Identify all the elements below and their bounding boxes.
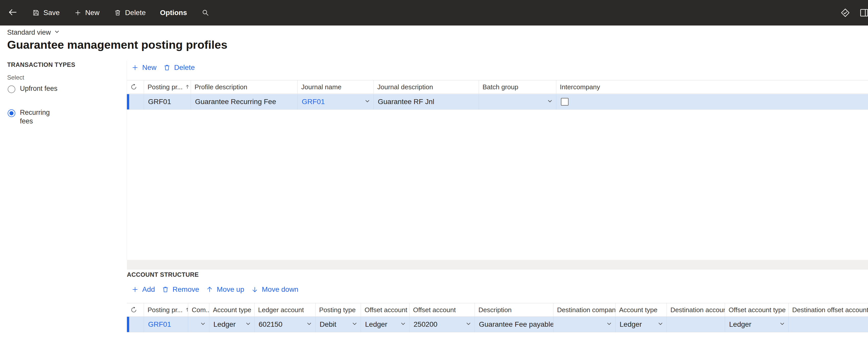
remove-button[interactable]: Remove [162, 285, 199, 294]
save-icon [32, 9, 40, 16]
posting-profile-link[interactable]: GRF01 [148, 320, 171, 329]
trash-icon [163, 64, 171, 71]
col-destination-company[interactable]: Destination company [554, 303, 616, 316]
arrow-up-icon [206, 286, 213, 293]
grid-delete-button[interactable]: Delete [163, 64, 195, 72]
col-journal-name[interactable]: Journal name [298, 80, 374, 94]
cell-destination-account[interactable] [667, 317, 725, 332]
col-posting-type[interactable]: Posting type [315, 303, 361, 316]
chevron-down-icon[interactable] [351, 320, 358, 329]
col-journal-description[interactable]: Journal description [374, 80, 479, 94]
view-selector[interactable]: Standard view [7, 29, 60, 36]
col-posting-profile[interactable]: Posting pr... [144, 303, 188, 316]
section-divider [127, 260, 868, 270]
profiles-grid-toolbar: New Delete [131, 61, 195, 74]
chevron-down-icon[interactable] [465, 320, 471, 329]
col-destination-offset-account-type[interactable]: Offset account type [725, 303, 788, 316]
account-structure-toolbar: Add Remove Move up Move down [131, 283, 299, 296]
radio-recurring-fees[interactable]: Recurring fees [8, 108, 61, 126]
new-button[interactable]: New [74, 9, 99, 17]
account-structure-grid-header: Posting pr... Com... Account type Ledger… [127, 303, 868, 317]
col-batch-group[interactable]: Batch group [479, 80, 556, 94]
cell-company[interactable] [188, 317, 209, 332]
cell-posting-profile[interactable]: GRF01 [144, 317, 188, 332]
chevron-down-icon[interactable] [606, 320, 612, 329]
cell-posting-profile[interactable]: GRF01 [144, 94, 191, 109]
radio-upfront-fees[interactable]: Upfront fees [8, 84, 61, 93]
col-description[interactable]: Description [475, 303, 554, 316]
grid-delete-label: Delete [174, 64, 195, 72]
add-label: Add [142, 285, 155, 294]
chevron-down-icon[interactable] [306, 320, 312, 329]
chevron-down-icon[interactable] [364, 98, 370, 106]
cell-destination-company[interactable] [554, 317, 616, 332]
cell-description[interactable]: Guarantee Fee payable [475, 317, 554, 332]
search-icon[interactable] [202, 9, 210, 17]
col-offset-account[interactable]: Offset account [409, 303, 475, 316]
sort-asc-icon [185, 306, 188, 314]
chevron-down-icon[interactable] [547, 98, 553, 106]
account-structure-grid-row[interactable]: GRF01 Ledger 602150 Debit Ledger 250200 … [127, 317, 868, 332]
col-company[interactable]: Com... [188, 303, 209, 316]
col-intercompany[interactable]: Intercompany [556, 80, 868, 94]
cell-destination-offset-account-type[interactable]: Ledger [725, 317, 788, 332]
move-up-label: Move up [217, 285, 244, 294]
cell-offset-account[interactable]: 250200 [409, 317, 475, 332]
view-selector-label: Standard view [7, 29, 51, 36]
options-menu[interactable]: Options [160, 9, 187, 17]
grid-new-button[interactable]: New [131, 64, 156, 72]
chevron-down-icon [54, 29, 60, 36]
cell-journal-description[interactable]: Guarantee RF Jnl [374, 94, 479, 109]
chevron-down-icon[interactable] [245, 320, 251, 329]
arrow-down-icon [251, 286, 258, 293]
row-selector-cell[interactable] [127, 317, 144, 332]
remove-label: Remove [173, 285, 199, 294]
col-account-type[interactable]: Account type [209, 303, 254, 316]
delete-button[interactable]: Delete [114, 9, 146, 17]
profiles-grid-header: Posting pr... Profile description Journa… [127, 80, 868, 94]
chevron-down-icon[interactable] [200, 320, 206, 329]
delete-label: Delete [125, 9, 146, 17]
plus-icon [131, 286, 139, 293]
add-button[interactable]: Add [131, 285, 155, 294]
page-title: Guarantee management posting profiles [7, 38, 227, 52]
cell-batch-group[interactable] [479, 94, 556, 109]
back-icon[interactable] [8, 7, 18, 19]
profiles-grid-row[interactable]: GRF01 Guarantee Recurring Fee GRF01 Guar… [127, 94, 868, 110]
chevron-down-icon[interactable] [657, 320, 663, 329]
cell-posting-type[interactable]: Debit [315, 317, 361, 332]
save-button[interactable]: Save [32, 9, 60, 17]
row-selection-accent [127, 94, 129, 109]
cell-ledger-account[interactable]: 602150 [254, 317, 315, 332]
chevron-down-icon[interactable] [779, 320, 785, 329]
cell-intercompany[interactable] [556, 94, 868, 109]
col-destination-offset-account[interactable]: Destination offset account [788, 303, 868, 316]
sidepanel-icon[interactable] [859, 7, 868, 19]
trash-icon [114, 9, 122, 16]
chevron-down-icon[interactable] [400, 320, 406, 329]
col-destination-account-type[interactable]: Account type [616, 303, 667, 316]
row-selector-cell[interactable] [127, 94, 144, 109]
journal-name-link[interactable]: GRF01 [302, 98, 325, 106]
col-offset-account-type[interactable]: Offset account t... [361, 303, 409, 316]
move-down-button[interactable]: Move down [251, 285, 299, 294]
diamond-icon[interactable] [840, 7, 850, 19]
app-window: Save New Delete Options Standard vie [0, 0, 868, 341]
col-ledger-account[interactable]: Ledger account [254, 303, 315, 316]
cell-destination-offset-account[interactable] [788, 317, 868, 332]
radio-recurring-fees-label: Recurring fees [20, 108, 61, 126]
col-destination-account[interactable]: Destination account [667, 303, 725, 316]
col-profile-description[interactable]: Profile description [191, 80, 298, 94]
cell-profile-description[interactable]: Guarantee Recurring Fee [191, 94, 298, 109]
intercompany-checkbox[interactable] [561, 98, 568, 106]
radio-icon [8, 109, 15, 117]
cell-destination-account-type[interactable]: Ledger [616, 317, 667, 332]
plus-icon [74, 9, 82, 16]
col-posting-profile[interactable]: Posting pr... [144, 80, 191, 94]
move-up-button[interactable]: Move up [206, 285, 244, 294]
cell-journal-name[interactable]: GRF01 [298, 94, 374, 109]
refresh-icon[interactable] [127, 303, 144, 316]
refresh-icon[interactable] [127, 80, 144, 94]
cell-account-type[interactable]: Ledger [209, 317, 254, 332]
cell-offset-account-type[interactable]: Ledger [361, 317, 409, 332]
